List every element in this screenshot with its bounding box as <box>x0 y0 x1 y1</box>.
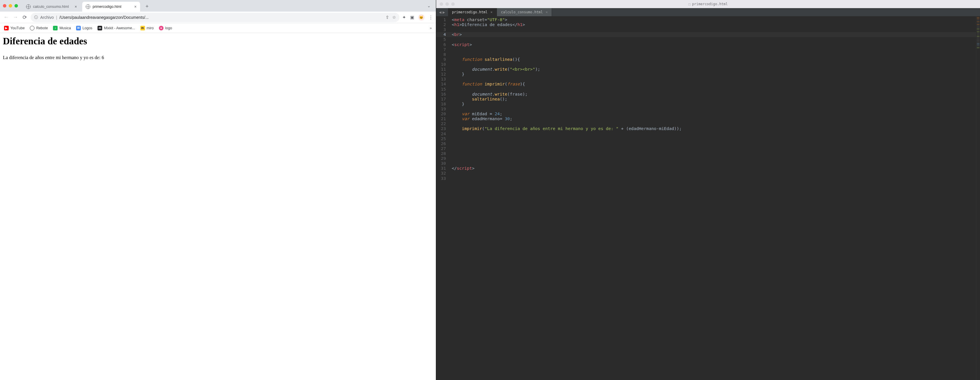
file-icon: ⬚ <box>689 2 690 6</box>
browser-tab-calculo-consumo[interactable]: calculo_consumo.html × <box>22 2 80 11</box>
tab-title: calculo_consumo.html <box>33 5 69 9</box>
bookmarks-overflow-button[interactable]: » <box>430 26 432 30</box>
close-window-button[interactable] <box>3 4 6 8</box>
close-tab-button[interactable]: × <box>75 4 77 9</box>
maximize-window-button[interactable] <box>451 2 455 6</box>
tabs-dropdown-button[interactable]: ⌄ <box>425 2 433 9</box>
browser-toolbar: ← → ⟳ ⓘ Archivo | /Users/paulaandreavane… <box>0 11 436 23</box>
bookmark-label: miro <box>147 26 154 30</box>
bookmark-label: Rebote <box>36 26 48 30</box>
bookmark-label: Logos <box>83 26 92 30</box>
maximize-window-button[interactable] <box>14 4 18 8</box>
bookmark-musica[interactable]: ♪ Musica <box>53 26 71 30</box>
nav-forward-button[interactable]: ▶ <box>442 10 445 14</box>
separator: | <box>56 15 57 20</box>
code-area[interactable]: <meta charset="UTF-8"><h1>Diferencia de … <box>449 16 976 380</box>
nav-back-button[interactable]: ◀ <box>439 10 441 14</box>
browser-tabbar: calculo_consumo.html × primercodigo.html… <box>0 0 436 11</box>
chrome-browser-window: calculo_consumo.html × primercodigo.html… <box>0 0 436 380</box>
code-editor-window: ⬚ primercodigo.html ◀ ▶ primercodigo.htm… <box>436 0 980 380</box>
bookmark-mixkit[interactable]: m Mixkit - Awesome... <box>97 26 135 30</box>
globe-icon <box>86 4 90 9</box>
editor-nav-arrows: ◀ ▶ <box>436 10 448 14</box>
globe-icon <box>26 4 31 9</box>
chrome-menu-button[interactable]: ⋮ <box>429 15 433 20</box>
bookmark-logos[interactable]: W Logos <box>76 26 92 30</box>
w-icon: W <box>76 26 81 30</box>
forward-button[interactable]: → <box>12 14 19 20</box>
spotify-icon: ♪ <box>53 26 57 30</box>
toolbar-right-icons: ✦ ▣ 🐱 ⋮ <box>402 14 433 21</box>
bookmark-youtube[interactable]: ▶ YouTube <box>4 26 25 30</box>
protocol-label: Archivo <box>40 15 54 20</box>
editor-tab-primercodigo[interactable]: primercodigo.html × <box>448 8 497 16</box>
editor-titlebar: ⬚ primercodigo.html <box>436 0 980 8</box>
bookmark-logo[interactable]: ● logo <box>159 26 172 30</box>
bookmark-label: YouTube <box>10 26 25 30</box>
youtube-icon: ▶ <box>4 26 9 30</box>
close-window-button[interactable] <box>440 2 443 6</box>
page-heading: Diferencia de edades <box>3 36 433 46</box>
line-number-gutter: 1234567891011121314151617181920212223242… <box>436 16 449 380</box>
minimize-window-button[interactable] <box>445 2 449 6</box>
browser-tab-primercodigo[interactable]: primercodigo.html × <box>82 2 140 11</box>
dribbble-icon: ● <box>159 26 164 30</box>
page-body-text: La diferencia de años entre mi hermano y… <box>3 55 433 61</box>
close-tab-button[interactable]: × <box>490 10 492 14</box>
share-icon[interactable]: ⇧ <box>385 15 389 20</box>
extensions-icon[interactable]: ✦ <box>402 15 406 20</box>
back-button[interactable]: ← <box>3 14 9 20</box>
editor-window-title: primercodigo.html <box>692 2 728 6</box>
mixkit-icon: m <box>97 26 102 30</box>
new-tab-button[interactable]: + <box>143 2 151 10</box>
miro-icon: m <box>140 26 145 30</box>
bookmark-label: Musica <box>59 26 71 30</box>
editor-tab-calculo-consumo[interactable]: calculo_consumo.html × <box>497 8 552 16</box>
macos-traffic-lights <box>3 4 21 8</box>
editor-body: 1234567891011121314151617181920212223242… <box>436 16 980 380</box>
editor-tabs: primercodigo.html × calculo_consumo.html… <box>448 8 552 16</box>
rendered-page: Diferencia de edades La diferencia de añ… <box>0 33 436 380</box>
url-path: /Users/paulaandreavanegasgarzon/Document… <box>59 15 383 20</box>
bookmark-icon[interactable]: ☆ <box>392 15 396 20</box>
bookmark-miro[interactable]: m miro <box>140 26 154 30</box>
bookmark-rebote[interactable]: Rebote <box>30 26 48 30</box>
side-panel-icon[interactable]: ▣ <box>410 15 414 20</box>
info-icon: ⓘ <box>34 15 38 20</box>
profile-avatar[interactable]: 🐱 <box>418 14 425 21</box>
github-icon <box>30 26 35 30</box>
minimize-window-button[interactable] <box>9 4 12 8</box>
tab-title: primercodigo.html <box>92 5 121 9</box>
editor-tab-title: primercodigo.html <box>452 10 488 14</box>
minimap[interactable] <box>976 16 980 380</box>
close-tab-button[interactable]: × <box>134 4 137 9</box>
editor-toolbar: ◀ ▶ primercodigo.html × calculo_consumo.… <box>436 8 980 16</box>
bookmark-label: logo <box>165 26 172 30</box>
editor-tab-title: calculo_consumo.html <box>501 10 543 14</box>
bookmarks-bar: ▶ YouTube Rebote ♪ Musica W Logos m Mixk… <box>0 23 436 33</box>
address-bar[interactable]: ⓘ Archivo | /Users/paulaandreavanegasgar… <box>31 13 399 22</box>
editor-traffic-lights <box>440 2 455 6</box>
bookmark-label: Mixkit - Awesome... <box>104 26 135 30</box>
reload-button[interactable]: ⟳ <box>21 14 28 21</box>
close-tab-button[interactable]: × <box>546 10 547 14</box>
